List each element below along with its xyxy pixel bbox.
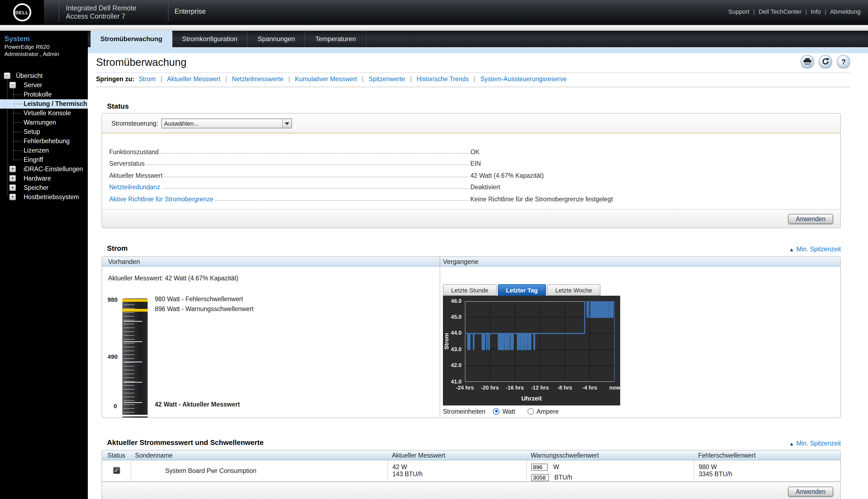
radio-unselected-icon[interactable] [527,408,534,414]
help-icon[interactable]: ? [837,55,850,68]
dell-logo-icon[interactable]: DELL [13,3,31,21]
sidebar-item-übersicht[interactable]: −Übersicht [0,72,88,81]
sidebar-tree: −Übersicht−ServerProtokolleLeistung / Th… [0,72,88,202]
jump-link-kumulativer-messwert[interactable]: Kumulativer Messwert [295,76,357,82]
range-tab-letzte-stunde[interactable]: Letzte Stunde [443,284,497,295]
vorhanden-header: Vorhanden [102,256,439,266]
min-peak-link[interactable]: ▲Min. Spitzenzeit [789,245,841,252]
strom-panel-header: Vorhanden Vergangene [102,256,840,266]
printer-icon[interactable] [801,55,814,68]
tab-spannungen[interactable]: Spannungen [248,31,305,47]
sidebar-item-label: Eingriff [24,157,43,163]
current-reading-text: Aktueller Messwert: 42 Watt (4.67% Kapaz… [108,275,239,281]
status-value: Deaktiviert [470,184,840,191]
header-link-support[interactable]: Support [728,8,749,15]
status-label[interactable]: Netzteilredundanz [109,184,160,191]
gauge-mid-label: 490 [108,353,118,360]
warning-btu-input[interactable] [531,474,549,481]
gauge-ticks [123,300,134,418]
tree-toggle-plus-icon[interactable]: + [9,194,16,200]
dell-logo-block: DELL [0,0,44,25]
status-value: EIN [470,160,840,167]
jump-link-netzteilmesswerte[interactable]: Netzteilmesswerte [232,76,284,82]
status-label: Serverstatus [109,160,145,167]
min-peak-link[interactable]: ▲Min. Spitzenzeit [789,440,841,446]
status-value: Keine Richtlinie für die Stromobergrenze… [470,196,840,202]
chart-y-tick: 45.0 [445,314,461,320]
page-title: Stromüberwachung [96,57,186,69]
warning-watt-input[interactable] [531,463,548,471]
jump-link-spitzenwerte[interactable]: Spitzenwerte [369,76,405,82]
range-tab-letzte-woche[interactable]: Letzte Woche [547,284,601,295]
sidebar-item-protokolle[interactable]: Protokolle [0,90,88,100]
status-panel: Stromsteuerung: Auswählen... Funktionszu… [101,113,841,228]
tree-toggle-plus-icon[interactable]: + [9,175,16,182]
unit-option-watt[interactable]: Watt [493,408,515,414]
link-separator: | [474,76,475,82]
link-separator: | [288,76,290,82]
chevron-down-icon [282,119,291,128]
tab-stromüberwachung[interactable]: Stromüberwachung [91,31,172,47]
header-link-dell-techcenter[interactable]: Dell TechCenter [759,8,801,15]
units-row: Stromeinheiten WattAmpere [443,408,571,414]
jump-link-aktueller-messwert[interactable]: Aktueller Messwert [167,76,220,82]
strom-heading-row: Strom ▲Min. Spitzenzeit [101,244,841,252]
tab-temperaturen[interactable]: Temperaturen [305,31,366,47]
sidebar-item-virtuelle-konsole[interactable]: Virtuelle Konsole [0,109,88,118]
sidebar-item-setup[interactable]: Setup [0,127,88,137]
tab-stromkonfiguration[interactable]: Stromkonfiguration [172,31,248,47]
stromsteuerung-select[interactable]: Auswählen... [161,119,292,129]
table-footer: Anwenden [102,482,840,499]
status-row-aktive-richtlinie-für-stromobergrenze: Aktive Richtlinie für StromobergrenzeKei… [109,191,840,202]
apply-button[interactable]: Anwenden [788,214,833,223]
header-link-info[interactable]: Info [811,8,821,15]
status-footer: Anwenden [102,209,840,228]
current-value-label: 42 Watt - Aktueller Messwert [155,401,240,407]
current-value-band [122,414,148,416]
tree-toggle-plus-icon[interactable]: + [9,166,16,172]
warning-threshold-label: 896 Watt - Warnungsschwellenwert [155,305,254,312]
tree-toggle-minus-icon[interactable]: − [9,82,16,89]
tree-toggle-minus-icon[interactable]: − [4,73,10,79]
sidebar-item-leistung-thermisch[interactable]: Leistung / Thermisch [0,100,88,109]
sidebar-item-hostbetriebssystem[interactable]: +Hostbetriebssystem [0,193,88,202]
tab-bar: StromüberwachungStromkonfigurationSpannu… [88,31,868,47]
header-links: Support|Dell TechCenter|Info|Abmeldung [728,8,860,15]
sidebar-item-eingriff[interactable]: Eingriff [0,156,88,165]
radio-selected-icon[interactable] [493,408,500,414]
chart-x-tick: now [603,384,627,390]
status-checkbox[interactable]: ✓ [113,467,120,474]
range-tab-letzter-tag[interactable]: Letzter Tag [498,284,546,295]
triangle-up-icon: ▲ [789,247,794,252]
status-label[interactable]: Aktive Richtlinie für Stromobergrenze [109,196,214,202]
sidebar-item-idrac-einstellungen[interactable]: +iDRAC-Einstellungen [0,165,88,174]
warning-btu-unit: BTU/h [554,474,572,480]
idrac-app: DELL Integrated Dell Remote Access Contr… [0,0,868,499]
sidebar-item-label: Warnungen [24,119,56,126]
status-value: 42 Watt (4.67% Kapazität) [470,172,840,179]
link-separator: | [160,76,162,82]
power-control-label: Stromsteuerung: [111,120,158,127]
sidebar-item-server[interactable]: −Server [0,81,88,90]
unit-option-ampere[interactable]: Ampere [527,408,559,414]
refresh-icon[interactable] [819,55,832,68]
sidebar-item-label: Fehlerbehebung [24,138,70,145]
chart-y-axis-label: Strom [443,325,449,357]
range-tabs: Letzte StundeLetzter TagLetzte Woche [443,284,602,295]
status-row-serverstatus: ServerstatusEIN [109,155,840,167]
chart-y-tick: 42.0 [445,362,461,368]
sidebar-item-lizenzen[interactable]: Lizenzen [0,146,88,156]
apply-button[interactable]: Anwenden [788,486,833,496]
jump-link-system-aussteuerungsreserve[interactable]: System-Aussteuerungsreserve [481,76,567,82]
tree-toggle-plus-icon[interactable]: + [9,185,16,191]
sidebar-item-speicher[interactable]: +Speicher [0,183,88,193]
jump-link-strom[interactable]: Strom [138,76,155,82]
header-link-abmeldung[interactable]: Abmeldung [830,8,860,15]
fault-threshold-label: 980 Watt - Fehlerschwellenwert [155,295,243,302]
sidebar-item-hardware[interactable]: +Hardware [0,174,88,183]
sidebar-item-warnungen[interactable]: Warnungen [0,118,88,127]
unit-label: Watt [503,408,515,414]
sidebar-item-fehlerbehebung[interactable]: Fehlerbehebung [0,137,88,146]
sidebar-title: System [4,35,88,43]
jump-link-historische-trends[interactable]: Historische Trends [417,76,469,82]
